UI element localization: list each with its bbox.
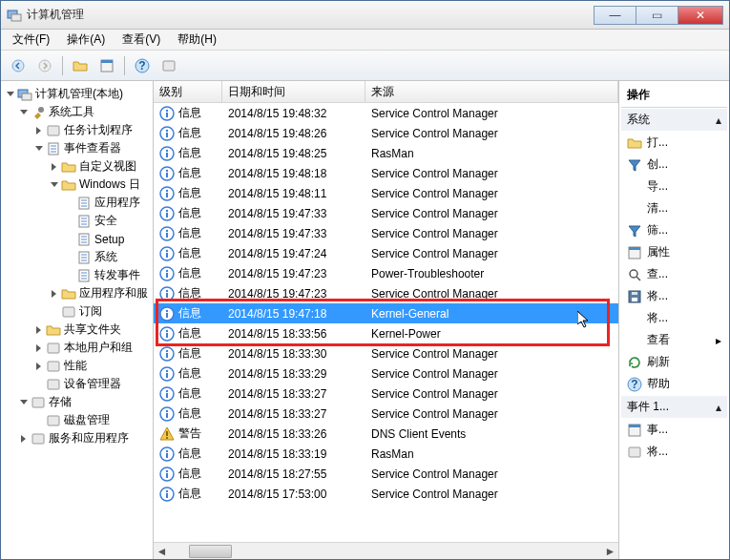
cell-level: 信息 [154,245,222,261]
cell-date: 2014/8/15 19:47:33 [222,227,365,240]
tree-node[interactable]: 任务计划程序 [1,121,153,139]
event-row[interactable]: 信息 2014/8/15 18:33:27 Service Control Ma… [154,384,618,404]
event-row[interactable]: 信息 2014/8/15 19:47:18 Kernel-General [154,303,618,323]
services-icon [31,431,46,446]
tree-node-label: 任务计划程序 [64,122,133,138]
action-pane-toggle-button[interactable] [157,54,180,77]
expander-icon[interactable] [18,107,29,117]
event-row[interactable]: 信息 2014/8/15 18:33:27 Service Control Ma… [154,404,618,424]
expander-icon[interactable] [33,361,44,371]
event-row[interactable]: 信息 2014/8/15 19:48:32 Service Control Ma… [154,103,618,123]
action-item[interactable]: 刷新 [621,351,727,373]
action-item[interactable]: 查... [621,263,727,285]
action-item[interactable]: 帮助 [621,373,727,395]
minimize-button[interactable]: — [594,6,636,25]
event-row[interactable]: 信息 2014/8/15 18:33:30 Service Control Ma… [154,343,618,363]
menu-action[interactable]: 操作(A) [59,30,113,50]
action-item[interactable]: 打... [621,132,727,154]
maximize-button[interactable]: ▭ [636,6,678,25]
expander-icon[interactable] [33,143,44,154]
cell-source: Service Control Manager [365,387,618,401]
event-row[interactable]: 信息 2014/8/15 19:47:23 Service Control Ma… [154,283,618,303]
tree-node[interactable]: 应用程序 [1,194,153,212]
event-row[interactable]: 信息 2014/8/15 19:47:23 Power-Troubleshoot… [154,263,618,283]
help-button[interactable] [131,54,154,77]
event-row[interactable]: 信息 2014/8/15 19:47:33 Service Control Ma… [154,223,618,243]
action-item[interactable]: 将... [621,307,727,329]
col-header-date[interactable]: 日期和时间 [222,81,365,102]
expander-icon[interactable] [18,433,29,444]
expander-icon[interactable] [49,161,59,172]
collapse-icon[interactable]: ▴ [716,401,721,414]
event-row[interactable]: 信息 2014/8/15 18:33:56 Kernel-Power [154,323,618,343]
action-item[interactable]: 创... [621,154,727,176]
scroll-right-icon[interactable]: ► [602,543,618,559]
tree-node[interactable]: 磁盘管理 [1,411,153,429]
tree-node[interactable]: 共享文件夹 [1,321,153,339]
event-row[interactable]: 信息 2014/8/15 18:33:29 Service Control Ma… [154,363,618,384]
expander-icon[interactable] [49,179,59,190]
event-row[interactable]: 信息 2014/8/15 18:33:19 RasMan [154,444,618,464]
tree-node[interactable]: 系统工具 [1,103,153,121]
tree-node[interactable]: 性能 [1,357,153,375]
tree-node[interactable]: 安全 [1,212,153,230]
expander-icon[interactable] [33,342,44,353]
menu-view[interactable]: 查看(V) [115,30,168,50]
event-row[interactable]: 信息 2014/8/15 19:47:24 Service Control Ma… [154,243,618,263]
action-item[interactable]: 导... [621,176,727,197]
tree-node[interactable]: 自定义视图 [1,157,153,176]
event-row[interactable]: 信息 2014/8/15 19:47:33 Service Control Ma… [154,203,618,223]
actions-group-system[interactable]: 系统 ▴ [621,109,727,131]
event-row[interactable]: 信息 2014/8/15 19:48:18 Service Control Ma… [154,163,618,183]
action-item[interactable]: 清... [621,197,727,219]
show-hide-tree-button[interactable] [69,54,92,77]
scroll-left-icon[interactable]: ◄ [154,543,170,559]
expander-icon[interactable] [5,89,15,99]
tree-node[interactable]: 本地用户和组 [1,339,153,357]
event-row[interactable]: 信息 2014/8/15 19:48:26 Service Control Ma… [154,123,618,143]
expander-icon[interactable] [33,125,44,135]
collapse-icon[interactable]: ▴ [716,114,721,127]
tree-node[interactable]: Setup [1,230,153,248]
info-icon [159,467,175,482]
col-header-source[interactable]: 来源 [365,81,618,102]
action-item[interactable]: 筛... [621,219,727,241]
horizontal-scrollbar[interactable]: ◄ ► [154,542,618,559]
event-row[interactable]: 信息 2014/8/15 17:53:00 Service Control Ma… [154,484,618,504]
action-item[interactable]: 将... [621,441,727,463]
action-item[interactable]: 查看▸ [621,329,727,351]
tree-pane[interactable]: 计算机管理(本地) 系统工具 任务计划程序 事件查看器 自定义视图 Window… [1,81,154,559]
actions-pane: 操作 系统 ▴ 打...创...导...清...筛...属性查...将...将.… [619,81,729,559]
tree-node[interactable]: 存储 [1,393,153,411]
action-item[interactable]: 属性 [621,241,727,263]
scroll-thumb[interactable] [189,545,232,558]
event-row[interactable]: 信息 2014/8/15 19:48:11 Service Control Ma… [154,183,618,203]
properties-button[interactable] [95,54,118,77]
event-row[interactable]: 警告 2014/8/15 18:33:26 DNS Client Events [154,424,618,444]
tree-node[interactable]: Windows 日 [1,176,153,194]
close-button[interactable]: ✕ [678,6,723,25]
tree-root[interactable]: 计算机管理(本地) [1,85,153,103]
tree-node[interactable]: 服务和应用程序 [1,429,153,447]
actions-group-event[interactable]: 事件 1... ▴ [621,396,727,418]
tree-node[interactable]: 事件查看器 [1,139,153,157]
cell-level: 信息 [154,325,222,342]
nav-forward-button[interactable] [33,54,56,77]
tree-node[interactable]: 应用程序和服 [1,284,153,302]
action-item[interactable]: 将... [621,285,727,307]
nav-back-button[interactable] [7,54,30,77]
expander-icon[interactable] [33,324,44,335]
event-row[interactable]: 信息 2014/8/15 19:48:25 RasMan [154,143,618,163]
menu-file[interactable]: 文件(F) [5,30,57,50]
menu-help[interactable]: 帮助(H) [170,30,224,50]
event-row[interactable]: 信息 2014/8/15 18:27:55 Service Control Ma… [154,464,618,484]
expander-icon[interactable] [18,397,29,407]
tree-node[interactable]: 订阅 [1,302,153,321]
list-body[interactable]: 信息 2014/8/15 19:48:32 Service Control Ma… [154,103,618,542]
tree-node[interactable]: 系统 [1,248,153,266]
tree-node[interactable]: 设备管理器 [1,375,153,393]
col-header-level[interactable]: 级别 [154,81,222,102]
action-item[interactable]: 事... [621,419,727,441]
tree-node[interactable]: 转发事件 [1,266,153,284]
expander-icon[interactable] [49,288,59,299]
